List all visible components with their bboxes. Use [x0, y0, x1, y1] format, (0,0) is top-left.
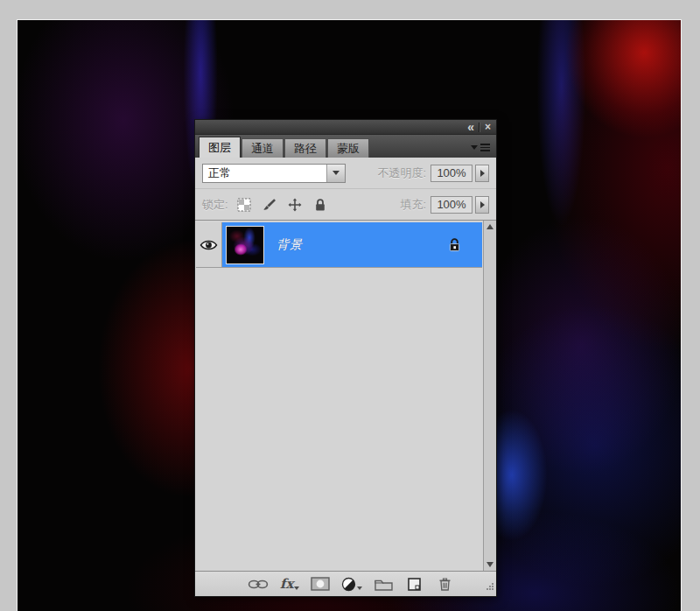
layers-list-area: 背景: [195, 221, 496, 571]
lock-row: 锁定:: [195, 189, 496, 221]
tab-layers[interactable]: 图层: [199, 137, 241, 158]
layer-style-icon[interactable]: fx: [280, 574, 299, 593]
fill-input[interactable]: 100%: [430, 196, 472, 214]
eye-icon: [200, 239, 218, 251]
layer-row-background[interactable]: 背景: [196, 222, 482, 268]
layer-locked-icon: [448, 237, 461, 252]
layers-panel: « × 图层 通道 路径 蒙版 正常 不透明度: 100%: [194, 119, 497, 597]
layer-row-main[interactable]: 背景: [222, 222, 482, 267]
new-group-icon[interactable]: [374, 574, 393, 593]
close-icon[interactable]: ×: [480, 121, 496, 134]
fill-label: 填充:: [400, 197, 426, 213]
resize-grip-icon[interactable]: [485, 579, 494, 594]
scrollbar[interactable]: [483, 221, 496, 571]
tab-channels[interactable]: 通道: [242, 138, 284, 158]
delete-layer-icon[interactable]: [435, 574, 454, 593]
blend-mode-row: 正常 不透明度: 100%: [195, 158, 496, 189]
layer-thumbnail[interactable]: [226, 226, 264, 264]
link-layers-icon[interactable]: [248, 574, 269, 593]
scroll-down-icon[interactable]: [486, 562, 494, 567]
tab-paths[interactable]: 路径: [284, 138, 326, 158]
panel-menu-triangle-icon: [471, 145, 478, 150]
panel-tabstrip: 图层 通道 路径 蒙版: [195, 135, 496, 158]
lock-pixels-icon[interactable]: [261, 196, 278, 214]
layer-name: 背景: [276, 237, 303, 253]
lock-position-icon[interactable]: [286, 196, 304, 214]
panel-titlebar[interactable]: « ×: [195, 120, 496, 135]
blend-mode-select[interactable]: 正常: [202, 164, 346, 183]
layer-mask-icon[interactable]: [311, 574, 330, 593]
chevron-down-icon[interactable]: [326, 165, 345, 182]
lock-label: 锁定:: [202, 197, 228, 213]
lock-all-icon[interactable]: [312, 196, 329, 214]
tab-masks[interactable]: 蒙版: [327, 138, 369, 158]
lock-buttons: [235, 196, 329, 214]
panel-menu-icon[interactable]: [471, 144, 490, 151]
new-layer-icon[interactable]: [404, 574, 424, 593]
opacity-label: 不透明度:: [377, 165, 426, 181]
blend-mode-value: 正常: [203, 165, 326, 182]
adjustment-layer-icon[interactable]: [341, 574, 362, 593]
opacity-slider-icon[interactable]: [475, 165, 489, 182]
panel-menu-lines-icon: [480, 144, 490, 151]
opacity-input[interactable]: 100%: [430, 165, 472, 182]
scroll-up-icon[interactable]: [486, 224, 494, 229]
panel-bottom-toolbar: fx: [195, 571, 496, 596]
fill-slider-icon[interactable]: [475, 196, 489, 214]
visibility-toggle[interactable]: [196, 222, 222, 267]
lock-transparency-icon[interactable]: [235, 196, 253, 214]
collapse-panel-icon[interactable]: «: [462, 121, 479, 134]
layers-list: 背景: [196, 222, 482, 268]
workspace: « × 图层 通道 路径 蒙版 正常 不透明度: 100%: [0, 0, 700, 611]
